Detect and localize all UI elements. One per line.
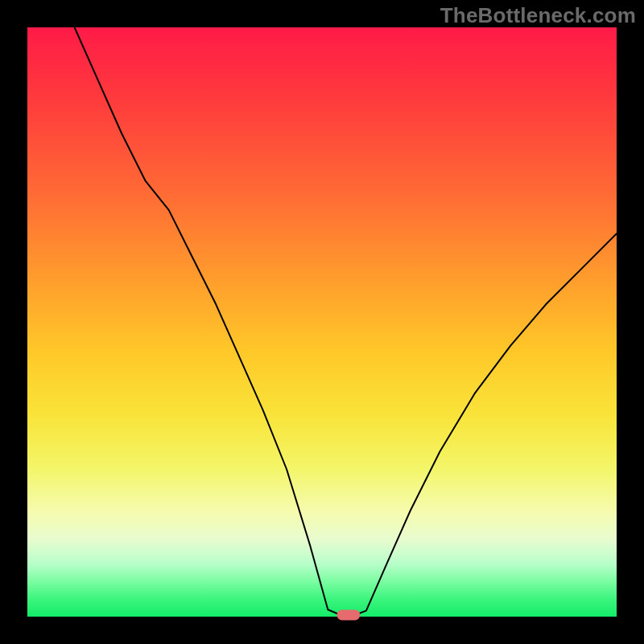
plot-area xyxy=(27,27,617,617)
bottleneck-curve xyxy=(27,27,617,617)
chart-frame: TheBottleneck.com xyxy=(0,0,644,644)
minimum-marker xyxy=(336,609,360,620)
watermark-text: TheBottleneck.com xyxy=(440,3,636,28)
